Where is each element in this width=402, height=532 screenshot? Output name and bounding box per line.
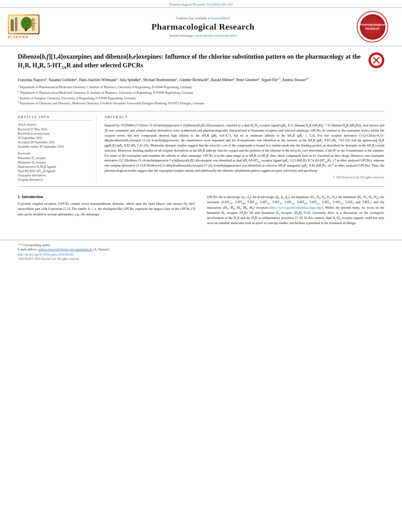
history-item-1: Received 27 May 2016 xyxy=(18,128,92,131)
affiliation-c: c Institute of Inorganic Chemistry, Univ… xyxy=(18,96,384,101)
guidetopharmacology-link[interactable]: http://www.guidetopharmacology.org/ xyxy=(271,206,322,209)
abstract-heading: ABSTRACT xyxy=(104,115,384,120)
svg-rect-8 xyxy=(31,23,36,24)
introduction-body-left: G-protein coupled receptors (GPCR) conta… xyxy=(18,201,195,217)
affiliation-a: a Department of Pharmaceutical/Medicinal… xyxy=(18,85,384,90)
title-italic-1: b,f xyxy=(42,53,48,60)
introduction-left: 1. Introduction G-protein coupled recept… xyxy=(18,195,199,228)
journal-header: ELSEVIER Contents lists available at Sci… xyxy=(0,7,402,46)
email-label: E-mail address: xyxy=(18,248,37,251)
journal-title: Pharmacological Research xyxy=(51,22,355,32)
introduction-right: GPCRs: the α-adrenergic (α1, α2), the β-… xyxy=(207,195,384,228)
article-info-column: ARTICLE INFO Article history: Received 2… xyxy=(18,115,97,182)
homepage-prefix: journal homepage: xyxy=(169,33,194,37)
pr-logo-container: PharmacologicalResearch xyxy=(355,11,390,43)
affiliation-d: d Department of Chemistry and Pharmacy, … xyxy=(18,101,384,106)
main-content: Dibenzo[b,f][1,4]oxazepines and dibenzo[… xyxy=(0,46,402,234)
svg-rect-7 xyxy=(32,22,35,28)
svg-point-4 xyxy=(21,17,32,30)
contents-line: Contents lists available at ScienceDirec… xyxy=(51,16,355,20)
sciencedirect-link[interactable]: ScienceDirect xyxy=(211,16,230,20)
article-info-abstract: ARTICLE INFO Article history: Received 2… xyxy=(18,111,384,182)
svg-rect-2 xyxy=(15,17,17,31)
elsevier-name: ELSEVIER xyxy=(8,35,29,39)
affiliation-b: b Department of Pharmaceutical/Medicinal… xyxy=(18,91,384,96)
elsevier-logo: ELSEVIER xyxy=(8,15,51,39)
svg-rect-10 xyxy=(34,28,35,31)
homepage-url[interactable]: www.elsevier.com/locate/yphrs xyxy=(195,33,237,37)
title-italic-2: b,e xyxy=(128,53,136,60)
keyword-1: Histamine H1 receptor xyxy=(18,156,92,160)
crossmark-badge[interactable] xyxy=(368,52,384,68)
affiliations: a Department of Pharmaceutical/Medicinal… xyxy=(18,85,384,106)
journal-center-info: Contents lists available at ScienceDirec… xyxy=(51,16,355,37)
abstract-column: ABSTRACT Inspired by VUF6884 (7-Chloro-1… xyxy=(104,115,384,182)
article-title-section: Dibenzo[b,f][1,4]oxazepines and dibenzo[… xyxy=(18,52,384,73)
history-item-5: Available online 30 September 2016 xyxy=(18,145,92,148)
history-item-4: Accepted 29 September 2016 xyxy=(18,141,92,144)
homepage-line: journal homepage: www.elsevier.com/locat… xyxy=(51,33,355,37)
footer: * * Corresponding author. E-mail address… xyxy=(0,240,402,264)
email-suffix: (A. Strasser). xyxy=(93,248,110,251)
issn-line: 1043-6618/© 2016 Elsevier Ltd. All right… xyxy=(18,257,384,261)
pr-logo-text: PharmacologicalResearch xyxy=(360,23,385,31)
history-item-2: Received in revised form xyxy=(18,132,92,135)
keywords-section: Keywords: Histamine H1 receptor Histamin… xyxy=(18,152,92,182)
journal-ref-text: Pharmacological Research 113 (2016) 610–… xyxy=(169,2,233,6)
email-line: E-mail address: andrea.strasser@chemie.u… xyxy=(18,248,384,251)
svg-rect-5 xyxy=(25,28,27,31)
keyword-3: Dual/selective H1/H4R ligands xyxy=(18,165,92,169)
title-sub-2: 4 xyxy=(37,66,39,70)
svg-rect-1 xyxy=(11,19,14,31)
introduction-body-right: GPCRs: the α-adrenergic (α1, α2), the β-… xyxy=(207,195,384,226)
elsevier-icon xyxy=(8,15,39,34)
section-divider xyxy=(18,186,384,187)
email-link[interactable]: andrea.strasser@chemie.uni-regensburg.de xyxy=(38,248,93,251)
elsevier-logo-container: ELSEVIER xyxy=(8,15,51,39)
title-sub-1: 1 xyxy=(22,66,24,70)
keyword-2: Histamine H4 receptor xyxy=(18,161,92,164)
keyword-5: Oxazepine derivatives xyxy=(18,174,92,177)
history-item-3: 28 September 2016 xyxy=(18,136,92,140)
article-title: Dibenzo[b,f][1,4]oxazepines and dibenzo[… xyxy=(18,52,363,70)
copyright-line: © 2016 Elsevier Ltd. All rights reserved… xyxy=(104,176,384,179)
section-title: Introduction xyxy=(22,195,43,199)
article-history-label: Article history: xyxy=(18,123,92,126)
article-info-heading: ARTICLE INFO xyxy=(18,115,92,120)
pr-logo: PharmacologicalResearch xyxy=(357,11,388,43)
section-num: 1. xyxy=(18,195,22,199)
corresponding-author-note: * * Corresponding author. xyxy=(18,243,384,247)
introduction-section: 1. Introduction G-protein coupled recept… xyxy=(18,191,384,228)
journal-reference: Pharmacological Research 113 (2016) 610–… xyxy=(0,0,402,7)
svg-rect-9 xyxy=(32,28,33,31)
keyword-6: Oxepine derivatives xyxy=(18,178,92,182)
page: Pharmacological Research 113 (2016) 610–… xyxy=(0,0,402,532)
authors: Franziska Naporraa, Susanne Gobledera, H… xyxy=(18,77,384,83)
doi-link[interactable]: http://dx.doi.org/10.1016/j.phrs.2016.09… xyxy=(18,253,384,256)
abstract-text: Inspired by VUF6884 (7-Chloro-11-(4-meth… xyxy=(104,123,384,173)
title-sub-3: 2A xyxy=(61,66,67,70)
svg-point-6 xyxy=(31,18,35,22)
pr-logo-inner: PharmacologicalResearch xyxy=(360,14,385,40)
section-heading: 1. Introduction xyxy=(18,195,195,199)
keyword-4: Dual hH1R/h5-HT2AR ligands xyxy=(18,169,92,173)
contents-prefix: Contents lists available at xyxy=(176,16,210,20)
keywords-label: Keywords: xyxy=(18,152,92,155)
